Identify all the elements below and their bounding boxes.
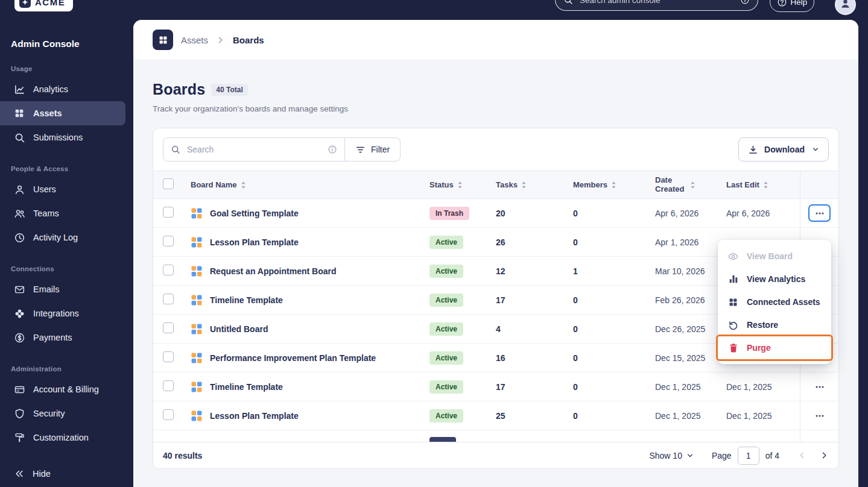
context-menu-item[interactable]: Purge: [718, 336, 831, 359]
last-edit: Dec 1, 2025: [726, 411, 800, 421]
table-header-row: Board Name Status Tasks Members: [153, 171, 838, 199]
assets-icon: [153, 30, 173, 50]
sidebar-item[interactable]: Analytics: [0, 77, 125, 101]
column-header[interactable]: Board Name: [191, 180, 429, 189]
download-button[interactable]: Download: [738, 137, 829, 162]
board-name[interactable]: Timeline Template: [210, 295, 283, 305]
row-checkbox[interactable]: [163, 294, 174, 304]
user-avatar[interactable]: [835, 0, 856, 15]
date-created: Dec 1, 2025: [655, 382, 726, 392]
table-toolbar: Filter Download: [153, 128, 838, 171]
column-header[interactable]: Tasks: [496, 180, 573, 189]
analytics-icon: [13, 83, 25, 95]
column-header[interactable]: Date Created: [655, 176, 726, 194]
sidebar-item[interactable]: Payments: [0, 325, 125, 350]
row-actions-button[interactable]: [808, 378, 831, 395]
show-per-page-select[interactable]: Show 10: [649, 451, 693, 460]
date-created: Dec 15, 2025: [655, 353, 726, 363]
row-checkbox[interactable]: [163, 322, 174, 333]
row-checkbox[interactable]: [163, 265, 174, 275]
row-checkbox[interactable]: [163, 207, 174, 218]
sort-icon[interactable]: [241, 181, 246, 189]
context-menu-item[interactable]: View Board: [718, 245, 831, 268]
info-icon[interactable]: [328, 145, 337, 154]
select-all-checkbox[interactable]: [163, 178, 174, 189]
status-badge: In Trash: [429, 207, 469, 220]
board-name[interactable]: Lesson Plan Template: [210, 237, 299, 247]
sidebar-item[interactable]: Teams: [0, 201, 125, 225]
sidebar-item[interactable]: Activity Log: [0, 225, 125, 250]
assets-icon: [13, 107, 25, 119]
board-name[interactable]: Goal Setting Template: [210, 209, 299, 218]
sort-icon[interactable]: [611, 181, 616, 189]
menu-item-label: View Analytics: [747, 274, 805, 284]
board-name[interactable]: Performance Improvement Plan Template: [210, 353, 376, 363]
sidebar-item[interactable]: Emails: [0, 277, 125, 301]
chevrons-left-icon: [13, 468, 25, 480]
row-checkbox[interactable]: [163, 380, 174, 391]
status-badge: Active: [429, 409, 463, 423]
context-menu-item[interactable]: View Analytics: [718, 268, 831, 291]
column-header[interactable]: Last Edit: [726, 180, 800, 189]
security-icon: [13, 407, 25, 419]
previous-page-button[interactable]: [797, 451, 806, 460]
help-button[interactable]: Help: [770, 0, 814, 12]
page-of-label: of 4: [765, 451, 779, 460]
sort-icon[interactable]: [690, 181, 695, 189]
admin-search-input[interactable]: [578, 0, 735, 5]
date-created: Dec 1, 2025: [655, 411, 726, 421]
board-name[interactable]: Timeline Template: [210, 382, 283, 392]
page-number-input[interactable]: [738, 447, 759, 465]
board-name[interactable]: Untitled Board: [210, 324, 268, 334]
board-icon: [191, 352, 203, 364]
sort-icon[interactable]: [457, 181, 463, 189]
row-checkbox[interactable]: [163, 236, 174, 247]
hide-sidebar-button[interactable]: Hide: [13, 468, 51, 480]
tasks-count: 4: [496, 324, 573, 334]
tasks-count: 17: [496, 382, 573, 392]
row-checkbox[interactable]: [163, 351, 174, 362]
table-search-input[interactable]: [186, 144, 322, 155]
sidebar-item[interactable]: Assets: [0, 101, 125, 125]
tasks-count: 25: [496, 411, 573, 421]
date-created: Apr 1, 2026: [655, 237, 726, 247]
sidebar-item[interactable]: Users: [0, 177, 125, 201]
breadcrumb-current: Boards: [233, 35, 264, 45]
topbar: ACME Help: [0, 0, 868, 20]
date-created: Dec 26, 2025: [655, 324, 726, 334]
table-footer: 40 results Show 10 Page of 4: [153, 442, 838, 468]
board-name[interactable]: Lesson Plan Template: [210, 411, 299, 421]
sidebar-item[interactable]: Account & Billing: [0, 377, 125, 401]
sidebar-item[interactable]: Submissions: [0, 125, 125, 149]
row-actions-button[interactable]: [808, 204, 831, 222]
sidebar: Admin Console Usage Analytics Assets: [0, 0, 133, 487]
last-edit: Dec 1, 2025: [726, 382, 800, 392]
sidebar-item[interactable]: Security: [0, 401, 125, 426]
sort-icon[interactable]: [763, 181, 768, 189]
sort-icon[interactable]: [521, 181, 527, 189]
user-icon: [13, 183, 25, 195]
next-page-button[interactable]: [820, 451, 829, 460]
admin-search[interactable]: [555, 0, 758, 11]
page-title: Boards: [153, 81, 205, 98]
activity-log-icon: [13, 231, 25, 244]
filter-button[interactable]: Filter: [345, 137, 401, 162]
acme-logo[interactable]: ACME: [14, 0, 73, 11]
context-menu-item[interactable]: Restore: [718, 313, 831, 336]
section-label: Administration: [0, 365, 133, 377]
board-icon: [191, 410, 203, 422]
restore-icon: [727, 319, 739, 331]
info-icon[interactable]: [740, 0, 750, 5]
row-checkbox[interactable]: [163, 409, 174, 420]
table-search[interactable]: [163, 137, 345, 162]
table-row-partial: [153, 430, 838, 442]
row-actions-button[interactable]: [808, 407, 831, 424]
column-header[interactable]: Status: [429, 180, 496, 189]
sidebar-item[interactable]: Integrations: [0, 301, 125, 325]
actions-header-cell: [800, 171, 838, 198]
column-header[interactable]: Members: [573, 180, 655, 189]
sidebar-item[interactable]: Customization: [0, 426, 125, 450]
breadcrumb-parent[interactable]: Assets: [181, 35, 208, 45]
board-name[interactable]: Request an Appointment Board: [210, 266, 337, 276]
context-menu-item[interactable]: Connected Assets: [718, 291, 831, 313]
